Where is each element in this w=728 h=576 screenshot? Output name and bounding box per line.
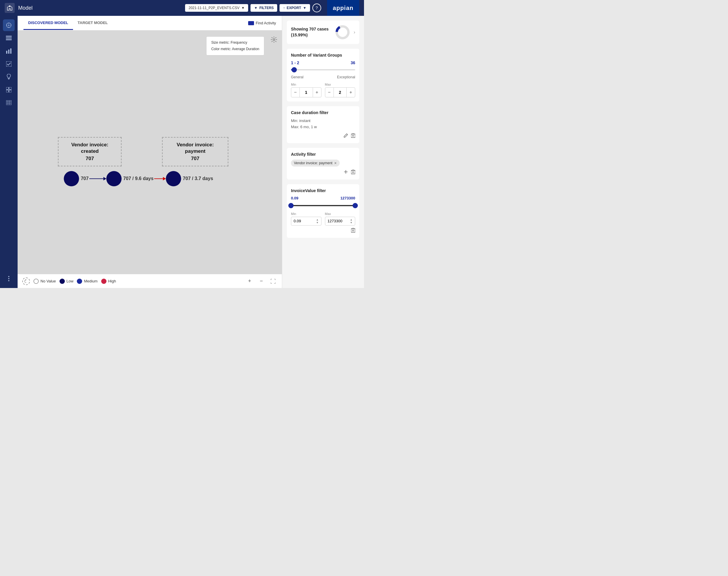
case-duration-card: Case duration filter Min: instant Max: 6… bbox=[287, 106, 359, 143]
arrow2-head bbox=[163, 177, 166, 181]
color-metric-label: Color metric: Average Duration bbox=[211, 46, 259, 53]
donut-chart bbox=[335, 25, 350, 40]
stepper-max-value: 2 bbox=[333, 88, 347, 97]
sidebar-item-check[interactable] bbox=[3, 58, 14, 70]
case-duration-delete-button[interactable] bbox=[351, 133, 355, 139]
find-activity-button[interactable]: Find Activity bbox=[248, 21, 276, 25]
stepper-max-increase[interactable]: + bbox=[347, 88, 355, 97]
slider-thumb[interactable] bbox=[292, 67, 297, 73]
stepper-max-decrease[interactable]: − bbox=[325, 88, 333, 97]
file-selector-button[interactable]: 2021-11-11_P2P_EVENTS.CSV ▼ bbox=[185, 4, 248, 12]
svg-point-28 bbox=[273, 39, 275, 40]
variant-groups-card: Number of Variant Groups 1 - 2 36 Genera… bbox=[287, 49, 359, 102]
canvas-bottom: No Value Low Medium High bbox=[18, 274, 282, 288]
range-thumb-right[interactable] bbox=[353, 203, 358, 208]
stepper-max-label: Max bbox=[325, 83, 355, 86]
legend-low-label: Low bbox=[66, 279, 74, 283]
invoice-max-arrows[interactable]: ▲▼ bbox=[350, 218, 353, 224]
sidebar bbox=[0, 16, 18, 288]
settings-button[interactable] bbox=[271, 36, 277, 44]
invoice-min-arrows[interactable]: ▲▼ bbox=[316, 218, 319, 224]
activity-filter-delete-button[interactable] bbox=[351, 170, 355, 175]
cases-chevron-icon[interactable]: › bbox=[354, 30, 355, 35]
legend-medium: Medium bbox=[77, 279, 97, 284]
invoice-min-value: 0.09 bbox=[294, 219, 301, 223]
cases-text: Showing 707 cases (15.99%) bbox=[291, 26, 331, 38]
filters-button[interactable]: ▼ FILTERS bbox=[251, 4, 277, 12]
case-duration-actions bbox=[291, 133, 355, 139]
invoice-max-input[interactable]: 1273300 ▲▼ bbox=[325, 217, 355, 226]
legend-medium-label: Medium bbox=[84, 279, 97, 283]
range-thumb-left[interactable] bbox=[288, 203, 294, 208]
legend-no-value: No Value bbox=[33, 279, 56, 284]
content-area: DISCOVERED MODEL TARGET MODEL Find Activ… bbox=[18, 16, 282, 288]
variant-label-exceptional: Exceptional bbox=[337, 75, 355, 79]
invoice-range-slider[interactable] bbox=[291, 203, 355, 208]
svg-point-25 bbox=[8, 276, 9, 277]
sidebar-item-lightbulb[interactable] bbox=[3, 71, 14, 83]
svg-rect-38 bbox=[351, 170, 355, 174]
invoice-min-input-label: Min bbox=[291, 212, 321, 215]
navbar: Model 2021-11-11_P2P_EVENTS.CSV ▼ ▼ FILT… bbox=[0, 0, 364, 16]
page-title: Model bbox=[18, 5, 181, 11]
zoom-out-button[interactable]: − bbox=[257, 277, 265, 285]
variant-slider[interactable] bbox=[291, 67, 355, 73]
right-panel: Showing 707 cases (15.99%) › Number of V… bbox=[282, 16, 364, 288]
svg-point-2 bbox=[8, 25, 9, 26]
export-icon: ↑ bbox=[283, 6, 285, 10]
filter-icon: ▼ bbox=[254, 6, 258, 10]
appian-logo-text: appian bbox=[333, 5, 353, 11]
cases-title: Showing 707 cases (15.99%) bbox=[291, 26, 331, 38]
invoice-max-input-label: Max bbox=[325, 212, 355, 215]
svg-point-26 bbox=[8, 278, 9, 279]
sidebar-item-compass[interactable] bbox=[3, 19, 14, 31]
case-duration-title: Case duration filter bbox=[291, 110, 355, 115]
svg-rect-12 bbox=[10, 48, 11, 54]
fullscreen-button[interactable] bbox=[269, 277, 277, 285]
stepper-min-label: Min bbox=[291, 83, 321, 86]
legend-circle-no-value bbox=[33, 279, 39, 284]
stepper-max-group: Max − 2 + bbox=[325, 83, 355, 97]
legend-circle-low bbox=[60, 279, 65, 284]
tab-discovered-model[interactable]: DISCOVERED MODEL bbox=[24, 17, 73, 30]
variant-groups-title: Number of Variant Groups bbox=[291, 53, 355, 57]
sidebar-item-grid[interactable] bbox=[3, 84, 14, 96]
activity-filter-add-button[interactable] bbox=[344, 170, 348, 175]
legend-no-value-label: No Value bbox=[40, 279, 56, 283]
svg-rect-20 bbox=[6, 100, 11, 105]
activity-tag-remove[interactable]: × bbox=[334, 161, 337, 165]
export-button[interactable]: ↑ EXPORT ▼ bbox=[280, 4, 310, 12]
sidebar-item-table[interactable] bbox=[3, 97, 14, 109]
tab-target-model[interactable]: TARGET MODEL bbox=[73, 17, 113, 30]
flow-arrow-3: 707 / 3.7 days bbox=[181, 176, 215, 181]
stepper-min-increase[interactable]: + bbox=[313, 88, 321, 97]
zoom-in-button[interactable]: + bbox=[245, 277, 254, 285]
case-duration-edit-button[interactable] bbox=[344, 133, 348, 139]
size-metric-label: Size metric: Frequency bbox=[211, 39, 259, 46]
invoice-min-input[interactable]: 0.09 ▲▼ bbox=[291, 217, 321, 226]
activity-filter-actions bbox=[291, 170, 355, 175]
file-label: 2021-11-11_P2P_EVENTS.CSV bbox=[188, 6, 239, 10]
arrow2-line bbox=[154, 179, 163, 179]
help-button[interactable]: ? bbox=[312, 3, 321, 12]
stepper-min-group: Min − 1 + bbox=[291, 83, 321, 97]
activity-filter-tag: Vendor invoice: payment × bbox=[291, 160, 340, 167]
legend-high: High bbox=[101, 279, 116, 284]
flow-arrow-2: 707 / 9.6 days bbox=[121, 176, 166, 181]
flow-node-end bbox=[166, 171, 181, 186]
sidebar-item-more[interactable] bbox=[3, 273, 14, 285]
svg-rect-19 bbox=[9, 90, 11, 92]
invoice-filter-delete-button[interactable] bbox=[351, 228, 355, 234]
stepper-min-decrease[interactable]: − bbox=[291, 88, 299, 97]
model-canvas: Size metric: Frequency Color metric: Ave… bbox=[18, 30, 282, 288]
sidebar-item-chart[interactable] bbox=[3, 45, 14, 57]
refresh-icon[interactable] bbox=[22, 278, 30, 285]
arrow1-line bbox=[89, 179, 103, 179]
metrics-box: Size metric: Frequency Color metric: Ave… bbox=[206, 36, 264, 55]
sidebar-item-list[interactable] bbox=[3, 32, 14, 44]
legend-circle-high bbox=[101, 279, 107, 284]
invoice-max-label: 1273300 bbox=[340, 196, 355, 200]
svg-rect-13 bbox=[6, 61, 11, 66]
cases-card: Showing 707 cases (15.99%) › bbox=[287, 21, 359, 44]
svg-rect-43 bbox=[351, 229, 355, 232]
